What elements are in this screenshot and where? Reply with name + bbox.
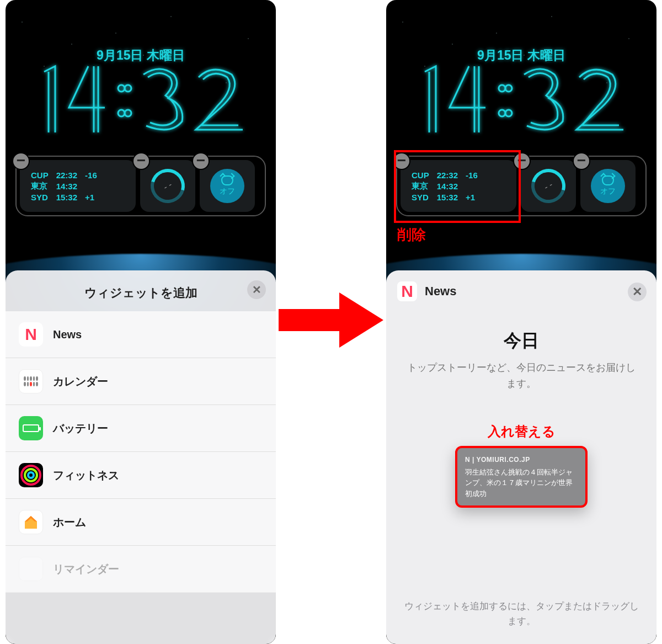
table-row: 東京14:32 bbox=[408, 181, 481, 191]
list-item-label: ホーム bbox=[53, 515, 86, 530]
phone-screen-right: 9月15日 木曜日 − CUP22:32-16 東京14:32 SYD15:32… bbox=[386, 0, 656, 644]
svg-point-7 bbox=[505, 85, 512, 92]
minus-icon[interactable]: − bbox=[393, 152, 410, 170]
lockscreen-clock bbox=[386, 61, 656, 138]
news-widget-heading: 今日 bbox=[403, 329, 640, 353]
ring-value: - - bbox=[542, 179, 554, 192]
gallery-item-news[interactable]: N News bbox=[6, 311, 276, 358]
news-widget-preview[interactable]: N | YOMIURI.CO.JP 羽生結弦さん挑戦の４回転半ジャンプ、米の１７… bbox=[455, 446, 588, 508]
arrow-icon bbox=[270, 287, 392, 353]
news-icon: N bbox=[397, 281, 417, 301]
battery-icon bbox=[19, 416, 43, 440]
news-icon: N bbox=[19, 322, 43, 347]
preview-headline: 羽生結弦さん挑戦の４回転半ジャンプ、米の１７歳マリニンが世界初成功 bbox=[465, 467, 578, 499]
gallery-item-battery[interactable]: バッテリー bbox=[6, 405, 276, 452]
list-item-label: カレンダー bbox=[53, 374, 108, 389]
minus-icon[interactable]: − bbox=[192, 152, 210, 170]
ring-icon: - - bbox=[145, 163, 191, 210]
sheet-title: ウィジェットを追加 bbox=[6, 281, 276, 311]
annotation-delete: 削除 bbox=[397, 225, 426, 244]
widget-row: − CUP22:32-16 東京14:32 SYD15:32+1 − - - −… bbox=[396, 156, 647, 216]
preview-source: | YOMIURI.CO.JP bbox=[472, 456, 530, 464]
phone-screen-left: 9月15日 木曜日 − CUP22:32-16 bbox=[6, 0, 276, 644]
news-widget-description: トップストーリーなど、今日のニュースをお届けします。 bbox=[403, 360, 640, 392]
svg-marker-4 bbox=[279, 292, 383, 348]
world-clock-table: CUP22:32-16 東京14:32 SYD15:32+1 bbox=[26, 169, 102, 203]
table-row: 東京14:32 bbox=[28, 181, 100, 191]
alarm-label: オフ bbox=[600, 187, 616, 196]
alarm-label: オフ bbox=[220, 187, 235, 196]
table-row: SYD15:32+1 bbox=[28, 193, 100, 202]
widget-activity-ring[interactable]: − - - bbox=[140, 160, 195, 212]
minus-icon[interactable]: − bbox=[513, 152, 531, 170]
news-widget-sheet: N News ✕ 今日 トップストーリーなど、今日のニュースをお届けします。 入… bbox=[386, 270, 656, 644]
news-source-icon: N bbox=[465, 456, 472, 464]
fitness-icon bbox=[19, 463, 43, 487]
table-row: SYD15:32+1 bbox=[408, 193, 481, 202]
sheet-app-title: News bbox=[425, 284, 456, 299]
alarm-clock-icon bbox=[602, 175, 614, 185]
minus-icon[interactable]: − bbox=[12, 152, 30, 170]
minus-icon[interactable]: − bbox=[132, 152, 150, 170]
table-row: CUP22:32-16 bbox=[28, 171, 100, 180]
widget-alarm[interactable]: − オフ bbox=[200, 160, 255, 212]
list-item-label: News bbox=[53, 328, 82, 341]
list-item-label: リマインダー bbox=[53, 562, 119, 577]
gallery-item-reminders[interactable]: リマインダー bbox=[6, 546, 276, 593]
world-clock-table: CUP22:32-16 東京14:32 SYD15:32+1 bbox=[407, 169, 482, 203]
widget-gallery-sheet: ウィジェットを追加 ✕ N News カレンダー バッテリー フィット bbox=[6, 270, 276, 644]
alarm-circle: オフ bbox=[591, 169, 625, 203]
sheet-instruction: ウィジェットを追加するには、タップまたはドラッグします。 bbox=[386, 599, 656, 629]
calendar-icon bbox=[19, 369, 43, 393]
annotation-replace: 入れ替える bbox=[403, 423, 640, 440]
gallery-item-calendar[interactable]: カレンダー bbox=[6, 358, 276, 405]
svg-point-5 bbox=[499, 85, 505, 92]
svg-point-8 bbox=[505, 110, 512, 116]
close-button[interactable]: ✕ bbox=[628, 283, 647, 301]
alarm-clock-icon bbox=[221, 175, 233, 185]
close-button[interactable]: ✕ bbox=[247, 280, 266, 299]
reminders-icon bbox=[19, 557, 43, 581]
ring-icon: - - bbox=[525, 163, 572, 210]
widget-gallery-list: N News カレンダー バッテリー フィットネス bbox=[6, 311, 276, 593]
widget-activity-ring[interactable]: − - - bbox=[521, 160, 576, 212]
ring-value: - - bbox=[162, 179, 174, 192]
sheet-header: N News ✕ bbox=[386, 281, 656, 307]
svg-point-6 bbox=[499, 110, 505, 116]
svg-point-3 bbox=[125, 110, 131, 116]
home-icon bbox=[19, 510, 43, 534]
gallery-item-home[interactable]: ホーム bbox=[6, 499, 276, 546]
svg-point-1 bbox=[118, 110, 125, 116]
table-row: CUP22:32-16 bbox=[408, 171, 481, 180]
svg-point-0 bbox=[118, 85, 125, 92]
widget-alarm[interactable]: − オフ bbox=[580, 160, 636, 212]
widget-world-clock[interactable]: − CUP22:32-16 東京14:32 SYD15:32+1 bbox=[401, 160, 516, 212]
alarm-circle: オフ bbox=[210, 169, 244, 203]
minus-icon[interactable]: − bbox=[573, 152, 590, 170]
lockscreen-clock bbox=[6, 61, 276, 138]
list-item-label: バッテリー bbox=[53, 421, 108, 436]
widget-row: − CUP22:32-16 東京14:32 SYD15:32+1 − - - −… bbox=[15, 156, 266, 216]
svg-point-2 bbox=[125, 85, 131, 92]
gallery-item-fitness[interactable]: フィットネス bbox=[6, 452, 276, 499]
widget-world-clock[interactable]: − CUP22:32-16 東京14:32 SYD15:32+1 bbox=[20, 160, 136, 212]
list-item-label: フィットネス bbox=[53, 468, 119, 483]
news-widget-body: 今日 トップストーリーなど、今日のニュースをお届けします。 入れ替える N | … bbox=[386, 307, 656, 508]
